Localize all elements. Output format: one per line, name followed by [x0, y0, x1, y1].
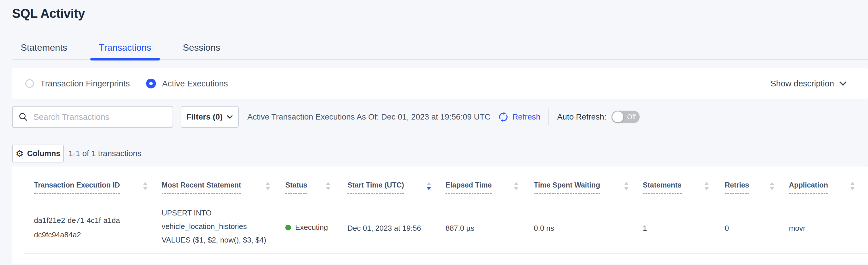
chevron-down-icon: [227, 115, 233, 119]
show-description-toggle[interactable]: Show description: [771, 79, 868, 88]
column-header-most-recent-statement[interactable]: Most Recent Statement: [162, 181, 241, 189]
status-label: Executing: [295, 223, 328, 232]
view-mode-card: Transaction Fingerprints Active Executio…: [12, 68, 868, 99]
column-header-application[interactable]: Application: [789, 181, 828, 189]
tab-transactions[interactable]: Transactions: [90, 38, 160, 59]
column-header-start-time[interactable]: Start Time (UTC): [347, 181, 404, 189]
toggle-knob-icon: [612, 111, 623, 123]
refresh-label: Refresh: [512, 112, 540, 122]
column-header-elapsed-time[interactable]: Elapsed Time: [445, 181, 492, 189]
radio-active-executions[interactable]: Active Executions: [146, 79, 228, 88]
tab-statements[interactable]: Statements: [12, 38, 76, 59]
search-icon: [19, 112, 28, 122]
refresh-button[interactable]: Refresh: [498, 111, 540, 123]
sort-icon[interactable]: [143, 182, 148, 190]
radio-label: Transaction Fingerprints: [40, 79, 130, 88]
sort-icon-active-desc[interactable]: [427, 182, 431, 190]
sort-icon[interactable]: [770, 182, 774, 190]
sort-icon[interactable]: [266, 182, 270, 190]
column-header-time-spent-waiting[interactable]: Time Spent Waiting: [534, 181, 600, 189]
cell-elapsed-time: 887.0 µs: [445, 224, 474, 233]
column-header-status[interactable]: Status: [285, 181, 307, 189]
search-input[interactable]: [33, 112, 167, 122]
search-box: [12, 106, 173, 128]
transactions-table: Transaction Execution ID Most Recent Sta…: [12, 166, 868, 264]
refresh-icon: [498, 111, 509, 123]
tab-sessions[interactable]: Sessions: [174, 38, 229, 59]
sql-activity-page: SQL Activity Statements Transactions Ses…: [0, 0, 868, 265]
divider: [549, 109, 549, 125]
cell-time-spent-waiting: 0.0 ns: [534, 224, 554, 233]
radio-transaction-fingerprints[interactable]: Transaction Fingerprints: [25, 79, 130, 88]
sort-icon[interactable]: [704, 182, 709, 190]
column-header-statements[interactable]: Statements: [643, 181, 682, 189]
cell-status: Executing: [285, 223, 328, 232]
filters-button[interactable]: Filters (0): [181, 106, 239, 128]
table-row-divider: [24, 254, 868, 254]
radio-label: Active Executions: [162, 79, 228, 88]
columns-button-label: Columns: [27, 149, 60, 158]
cell-statements: 1: [643, 224, 647, 233]
cell-application: movr: [789, 224, 806, 233]
result-count: 1-1 of 1 transactions: [68, 144, 142, 162]
sort-icon[interactable]: [624, 182, 629, 190]
show-description-label: Show description: [771, 79, 834, 88]
radio-selected-icon: [146, 79, 156, 88]
column-header-retries[interactable]: Retries: [725, 181, 749, 189]
controls-row: Filters (0) Active Transaction Execution…: [12, 106, 868, 128]
radio-unselected-icon: [25, 79, 34, 88]
column-header-transaction-execution-id[interactable]: Transaction Execution ID: [34, 181, 120, 189]
gear-icon: ⚙: [16, 149, 24, 158]
tab-bar: Statements Transactions Sessions: [12, 38, 868, 60]
sort-icon[interactable]: [326, 182, 331, 190]
columns-button[interactable]: ⚙ Columns: [12, 144, 64, 162]
cell-transaction-execution-id[interactable]: da1f21e2-de71-4c1f-a1da- dc9fc94a84a2: [34, 213, 123, 242]
page-title: SQL Activity: [12, 6, 85, 21]
filters-label: Filters (0): [186, 112, 223, 122]
as-of-timestamp: Active Transaction Executions As Of: Dec…: [247, 112, 490, 122]
sort-icon[interactable]: [514, 182, 519, 190]
auto-refresh-label: Auto Refresh:: [557, 112, 606, 122]
cell-start-time: Dec 01, 2023 at 19:56: [347, 224, 421, 233]
status-dot-icon: [285, 225, 291, 231]
toggle-state-label: Off: [627, 111, 636, 123]
chevron-down-icon: [839, 81, 847, 86]
table-row[interactable]: da1f21e2-de71-4c1f-a1da- dc9fc94a84a2 UP…: [12, 202, 868, 254]
cell-most-recent-statement: UPSERT INTO vehicle_location_histories V…: [162, 206, 266, 247]
cell-retries: 0: [725, 224, 729, 233]
auto-refresh-toggle[interactable]: Off: [612, 111, 640, 123]
sort-icon[interactable]: [850, 182, 855, 190]
